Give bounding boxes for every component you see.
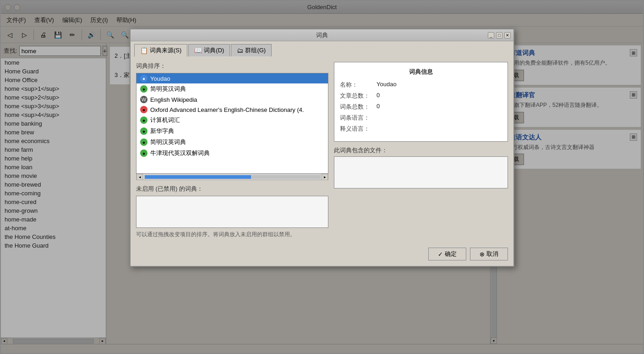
tab-group-icon: 🗂	[237, 47, 243, 54]
dict-icon-computer: ●	[140, 116, 147, 124]
dialog-title-controls: _ □ ✕	[488, 32, 511, 39]
dict-info-row-headlang: 词条语言：	[340, 114, 502, 122]
dict-info-val-articles: 0	[377, 92, 380, 99]
dict-name-computer: 计算机词汇	[150, 116, 180, 124]
dict-info-row-deflang: 释义语言：	[340, 125, 502, 133]
tab-group-label: 群组(G)	[245, 46, 266, 55]
dict-info-box: 词典信息 名称： Youdao 文章总数： 0 词条总数： 0	[334, 62, 508, 142]
dict-item-wikipedia[interactable]: W English Wikipedia	[136, 94, 328, 105]
dialog-footer: ✓ 确定 ⊗ 取消	[131, 244, 513, 266]
dialog-content: 词典排序： ● Youdao ● 简明英汉词典 W English Wikipe	[131, 56, 513, 244]
dict-hscroll-bar[interactable]	[145, 175, 251, 179]
dict-info-val-words: 0	[377, 103, 380, 110]
dict-icon-oxford: ●	[140, 106, 147, 113]
dict-item-jianmhan[interactable]: ● 简明汉英词典	[136, 137, 328, 148]
dict-item-computer[interactable]: ● 计算机词汇	[136, 115, 328, 126]
dict-info-key-name: 名称：	[340, 81, 377, 89]
tab-dict-source[interactable]: 📋 词典来源(S)	[134, 44, 187, 57]
dict-item-xinhua[interactable]: ● 新华字典	[136, 126, 328, 137]
dict-name-xinhua: 新华字典	[150, 127, 174, 135]
cancel-icon: ⊗	[480, 251, 485, 258]
dict-hscroll[interactable]: ◂ ▸	[136, 174, 328, 180]
dict-info-title: 词典信息	[340, 68, 502, 76]
tab-dict-label: 词典(D)	[204, 46, 224, 55]
tab-dict-icon: 📖	[194, 47, 202, 54]
dict-icon-wikipedia: W	[140, 96, 147, 103]
dict-icon-jianzh: ●	[140, 85, 147, 93]
tab-group[interactable]: 🗂 群组(G)	[231, 44, 272, 56]
dict-list-box: ● Youdao ● 简明英汉词典 W English Wikipedia	[136, 73, 328, 174]
drag-hint: 可以通过拖拽改变项目的排序。将词典放入未启用的群组以禁用。	[136, 231, 328, 238]
dict-name-niujin: 牛津现代英汉双解词典	[150, 149, 210, 157]
dict-order-label: 词典排序：	[136, 62, 328, 70]
disabled-dicts-label: 未启用 (已禁用) 的词典：	[136, 185, 328, 193]
dialog-overlay: 词典 _ □ ✕ 📋 词典来源(S) 📖 词典(D) 🗂	[1, 1, 643, 353]
dict-item-niujin[interactable]: ● 牛津现代英汉双解词典	[136, 148, 328, 159]
dict-name-jianmhan: 简明汉英词典	[150, 138, 186, 146]
dict-hscroll-rest	[251, 175, 321, 179]
dict-files-label: 此词典包含的文件：	[334, 146, 508, 155]
dict-icon-xinhua: ●	[140, 127, 147, 135]
dialog-right-panel: 词典信息 名称： Youdao 文章总数： 0 词条总数： 0	[334, 62, 508, 238]
dialog-left-panel: 词典排序： ● Youdao ● 简明英汉词典 W English Wikipe	[136, 62, 328, 238]
main-window: GoldenDict 文件(F) 查看(V) 编辑(E) 历史(I) 帮助(H)…	[0, 0, 644, 354]
dict-name-jianzh: 简明英汉词典	[150, 85, 186, 93]
tab-dict[interactable]: 📖 词典(D)	[188, 44, 230, 56]
dict-info-key-words: 词条总数：	[340, 103, 377, 111]
tab-source-icon: 📋	[140, 47, 148, 54]
confirm-label: 确定	[445, 250, 457, 258]
cancel-button[interactable]: ⊗ 取消	[470, 248, 508, 260]
dialog-minimize-button[interactable]: _	[488, 32, 494, 39]
tab-source-label: 词典来源(S)	[150, 46, 181, 55]
dialog-tabs: 📋 词典来源(S) 📖 词典(D) 🗂 群组(G)	[131, 41, 513, 56]
dict-hscroll-right[interactable]: ▸	[322, 174, 328, 180]
dict-icon-jianmhan: ●	[140, 138, 147, 146]
dict-name-wikipedia: English Wikipedia	[150, 96, 197, 103]
dialog-title: 词典	[316, 31, 328, 39]
cancel-label: 取消	[486, 250, 498, 258]
dict-info-key-articles: 文章总数：	[340, 92, 377, 100]
dict-hscroll-left[interactable]: ◂	[136, 174, 143, 180]
dict-name-oxford: Oxford Advanced Learner's English-Chines…	[150, 106, 304, 113]
dictionary-dialog: 词典 _ □ ✕ 📋 词典来源(S) 📖 词典(D) 🗂	[130, 28, 514, 267]
confirm-icon: ✓	[438, 251, 443, 258]
dict-name-youdao: Youdao	[150, 75, 170, 82]
dict-info-row-words: 词条总数： 0	[340, 103, 502, 111]
confirm-button[interactable]: ✓ 确定	[428, 248, 466, 260]
dict-info-key-headlang: 词条语言：	[340, 114, 377, 122]
dialog-close-button[interactable]: ✕	[504, 32, 511, 39]
dict-item-oxford[interactable]: ● Oxford Advanced Learner's English-Chin…	[136, 105, 328, 115]
dialog-title-bar: 词典 _ □ ✕	[131, 29, 513, 41]
dict-info-val-name: Youdao	[377, 81, 397, 88]
dict-icon-youdao: ●	[140, 75, 147, 82]
dialog-maximize-button[interactable]: □	[496, 32, 502, 39]
dict-hscroll-track[interactable]	[143, 174, 322, 180]
dict-item-youdao[interactable]: ● Youdao	[136, 73, 328, 83]
dict-info-row-name: 名称： Youdao	[340, 81, 502, 89]
dict-info-row-articles: 文章总数： 0	[340, 92, 502, 100]
dict-files-box	[334, 156, 508, 188]
dict-icon-niujin: ●	[140, 149, 147, 157]
dict-info-key-deflang: 释义语言：	[340, 125, 377, 133]
dict-item-jianzh[interactable]: ● 简明英汉词典	[136, 83, 328, 94]
disabled-dicts-box	[136, 196, 328, 228]
